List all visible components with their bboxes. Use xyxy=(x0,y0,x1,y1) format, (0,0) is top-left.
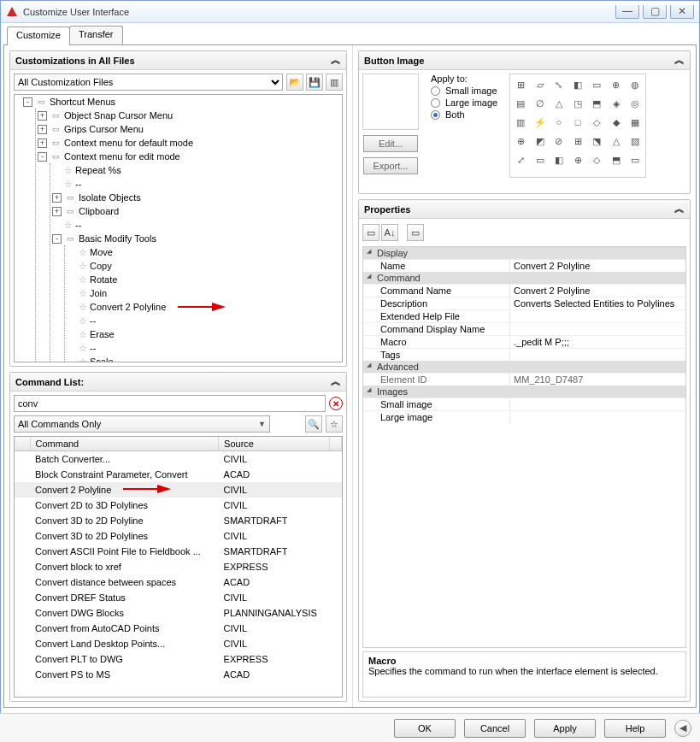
property-category[interactable]: Images xyxy=(363,386,685,398)
gallery-image-icon[interactable]: ⬔ xyxy=(587,132,606,150)
gallery-image-icon[interactable]: ▦ xyxy=(626,113,644,132)
table-row[interactable]: Convert 2D to 3D PolylinesCIVIL xyxy=(15,498,342,513)
gallery-image-icon[interactable]: ▤ xyxy=(511,94,530,113)
table-row[interactable]: Convert DWG BlocksPLANNINGANALYSIS xyxy=(15,605,342,621)
tree-item[interactable]: ☆Join xyxy=(65,286,342,300)
tree-item[interactable]: ☆Move xyxy=(65,245,342,259)
gallery-image-icon[interactable]: ◩ xyxy=(530,132,549,150)
table-row[interactable]: Block Constraint Parameter, ConvertACAD xyxy=(15,467,342,482)
customization-tree[interactable]: -▭Shortcut Menus+▭Object Snap Cursor Men… xyxy=(14,94,343,362)
table-row[interactable]: Convert ASCII Point File to Fieldbook ..… xyxy=(15,544,342,559)
command-search-input[interactable] xyxy=(14,395,326,412)
radio-small-image[interactable]: Small image xyxy=(431,85,497,96)
collapse-panel-icon[interactable]: ︽ xyxy=(331,374,341,389)
gallery-image-icon[interactable]: ▭ xyxy=(626,150,644,169)
tab-transfer[interactable]: Transfer xyxy=(69,26,123,44)
tree-item[interactable]: ☆-- xyxy=(65,341,342,355)
property-row[interactable]: Tags xyxy=(363,348,685,361)
help-button[interactable]: Help xyxy=(604,719,666,738)
gallery-image-icon[interactable]: ◆ xyxy=(607,113,626,132)
property-row[interactable]: Command NameConvert 2 Polyline xyxy=(363,284,685,297)
command-table[interactable]: CommandSource Batch Converter...CIVILBlo… xyxy=(15,437,342,682)
table-row[interactable]: Convert 2 PolylineCIVIL xyxy=(15,482,342,498)
cancel-button[interactable]: Cancel xyxy=(464,719,526,738)
property-row[interactable]: Command Display Name xyxy=(363,322,685,335)
tree-item[interactable]: ☆-- xyxy=(50,218,342,232)
expand-icon[interactable]: + xyxy=(52,193,62,203)
gallery-image-icon[interactable]: ▥ xyxy=(511,113,530,132)
gallery-image-icon[interactable]: ○ xyxy=(550,113,568,132)
tree-item[interactable]: +▭Grips Cursor Menu xyxy=(36,122,342,136)
table-row[interactable]: Batch Converter...CIVIL xyxy=(15,451,342,468)
clear-search-icon[interactable]: ✕ xyxy=(329,397,343,410)
new-command-icon[interactable]: ☆ xyxy=(326,415,343,433)
table-row[interactable]: Convert block to xrefEXPRESS xyxy=(15,559,342,574)
property-category[interactable]: Display xyxy=(363,247,685,259)
save-file-icon[interactable]: 💾 xyxy=(306,74,323,91)
gallery-image-icon[interactable]: ⊕ xyxy=(607,75,626,94)
gallery-image-icon[interactable]: ⊕ xyxy=(568,150,587,169)
property-category[interactable]: Advanced xyxy=(363,361,685,373)
tree-item[interactable]: ☆Copy xyxy=(65,259,342,273)
property-row[interactable]: Macro._pedit M P;;; xyxy=(363,335,685,348)
command-filter-dropdown[interactable]: All Commands Only▼ xyxy=(14,415,270,433)
table-row[interactable]: Convert Land Desktop Points...CIVIL xyxy=(15,636,342,651)
collapse-panel-icon[interactable]: ︽ xyxy=(674,202,685,216)
collapse-panel-icon[interactable]: ︽ xyxy=(674,53,685,68)
gallery-image-icon[interactable]: ⤡ xyxy=(550,75,568,94)
collapse-icon[interactable]: - xyxy=(52,234,62,244)
gallery-image-icon[interactable]: ⚡ xyxy=(530,113,549,132)
tree-item[interactable]: ☆Rotate xyxy=(65,273,342,286)
collapse-panel-icon[interactable]: ︽ xyxy=(331,53,341,68)
property-row[interactable]: NameConvert 2 Polyline xyxy=(363,259,685,272)
col-command[interactable]: Command xyxy=(30,437,219,451)
tab-customize[interactable]: Customize xyxy=(7,26,70,45)
gallery-image-icon[interactable]: △ xyxy=(607,132,626,150)
gallery-image-icon[interactable]: ◇ xyxy=(587,150,606,169)
property-pages-icon[interactable]: ▭ xyxy=(407,224,424,241)
categorized-view-icon[interactable]: ▭ xyxy=(362,224,379,241)
tree-item[interactable]: -▭Basic Modify Tools xyxy=(50,232,342,245)
alphabetical-view-icon[interactable]: A↓ xyxy=(381,224,398,241)
gallery-image-icon[interactable]: □ xyxy=(568,113,587,132)
gallery-image-icon[interactable]: ▧ xyxy=(626,132,644,150)
table-row[interactable]: Convert 3D to 2D PolylineSMARTDRAFT xyxy=(15,513,342,528)
button-image-gallery[interactable]: ⊞▱⤡◧▭⊕◍▤∅△◳⬒◈◎▥⚡○□◇◆▦⊕◩⊘⊞⬔△▧⤢▭◧⊕◇⬒▭ xyxy=(509,74,646,178)
gallery-image-icon[interactable]: ▭ xyxy=(587,75,606,94)
gallery-image-icon[interactable]: ◳ xyxy=(568,94,587,113)
expand-icon[interactable]: + xyxy=(38,138,47,148)
gallery-image-icon[interactable]: ⬒ xyxy=(607,150,626,169)
property-row[interactable]: Extended Help File xyxy=(363,309,685,322)
gallery-image-icon[interactable]: ◍ xyxy=(626,75,644,94)
property-grid[interactable]: DisplayNameConvert 2 PolylineCommandComm… xyxy=(362,246,686,648)
expand-icon[interactable]: + xyxy=(38,111,47,121)
property-row[interactable]: Element IDMM_210_D7487 xyxy=(363,373,685,386)
edit-image-button[interactable]: Edit... xyxy=(363,135,418,152)
gallery-image-icon[interactable]: ⊘ xyxy=(550,132,568,150)
col-source[interactable]: Source xyxy=(219,437,330,451)
gallery-image-icon[interactable]: ⬒ xyxy=(587,94,606,113)
table-row[interactable]: Convert distance between spacesACAD xyxy=(15,574,342,590)
radio-both[interactable]: Both xyxy=(431,109,497,120)
gallery-image-icon[interactable]: ∅ xyxy=(530,94,549,113)
tree-item[interactable]: ☆Convert 2 Polyline xyxy=(65,300,342,314)
find-command-icon[interactable]: 🔍 xyxy=(305,415,322,433)
close-button[interactable]: ✕ xyxy=(670,5,694,19)
gallery-image-icon[interactable]: ▱ xyxy=(530,75,549,94)
gallery-image-icon[interactable]: ⊞ xyxy=(568,132,587,150)
open-file-icon[interactable]: 📂 xyxy=(286,74,303,91)
gallery-image-icon[interactable]: ◇ xyxy=(587,113,606,132)
tree-item[interactable]: ☆Repeat %s xyxy=(50,163,342,177)
property-row[interactable]: DescriptionConverts Selected Entities to… xyxy=(363,297,685,309)
radio-large-image[interactable]: Large image xyxy=(431,97,497,108)
gallery-image-icon[interactable]: ⤢ xyxy=(511,150,530,169)
maximize-button[interactable]: ▢ xyxy=(643,5,667,19)
tree-item[interactable]: +▭Isolate Objects xyxy=(50,191,342,204)
property-row[interactable]: Large image xyxy=(363,410,685,423)
ok-button[interactable]: OK xyxy=(394,719,456,738)
tree-item[interactable]: +▭Object Snap Cursor Menu xyxy=(36,109,342,122)
gallery-image-icon[interactable]: △ xyxy=(550,94,568,113)
export-image-button[interactable]: Export... xyxy=(363,157,418,174)
tree-item[interactable]: ☆-- xyxy=(50,177,342,191)
property-row[interactable]: Small image xyxy=(363,398,685,410)
